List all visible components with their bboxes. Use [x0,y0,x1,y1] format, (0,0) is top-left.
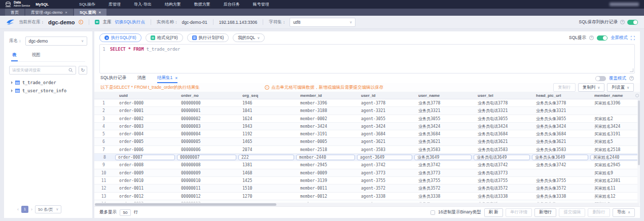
fullscreen-link[interactable]: 全屏模式 [611,35,628,41]
table-cell[interactable]: agent-3773 [355,169,412,176]
table-cell[interactable]: 业务员头像3621 [530,138,588,145]
copy-row-button[interactable]: 复制行 [553,83,576,92]
help-icon[interactable]: ? [620,20,625,24]
table-cell[interactable]: 买家姓名2945 [588,161,640,168]
horizontal-scrollbar[interactable] [95,203,639,206]
table-cell[interactable]: 1381 [236,161,294,168]
table-cell[interactable]: 1468 [236,169,294,176]
table-cell[interactable]: member-0009 [294,169,355,176]
close-icon[interactable]: × [175,76,177,81]
table-cell[interactable]: 00000001 [175,107,236,114]
table-row[interactable]: 8order-000700000007222member-2440agent-3… [94,154,640,161]
column-settings-button[interactable]: 列设置∨ [607,83,634,92]
nav-menu-item[interactable]: 结构方案 [165,2,181,7]
table-cell[interactable]: 1943 [236,123,294,130]
table-cell[interactable]: agent-3321 [355,107,412,114]
hscroll-thumb[interactable] [95,203,276,206]
cell-edit-box[interactable]: 业务员电话3649 [474,155,530,161]
table-cell[interactable]: member-3191 [294,130,355,137]
table-cell[interactable]: 00000006 [175,146,236,153]
tab-tables[interactable]: 表 [11,51,18,61]
switch-sql-node-link[interactable]: 切换SQL执行点 [115,19,146,25]
footer-button[interactable]: 单行详情 [506,208,532,217]
cell-edit-box[interactable]: 业务员3649 [414,155,472,161]
table-cell[interactable]: agent-3742 [355,161,412,168]
my-sql-dropdown[interactable]: 我的SQL ∨ [233,33,265,42]
cell-edit-box[interactable]: 222 [238,155,294,161]
table-cell[interactable]: order-0009 [113,169,175,176]
expand-arrow-icon[interactable] [11,89,13,92]
table-row[interactable]: 11order-0010000000101425member-3139agent… [94,177,640,185]
table-cell[interactable]: agent-3621 [355,138,412,145]
table-cell[interactable]: order-0004 [113,130,175,137]
table-row[interactable]: 4order-0003000000031943member-3424agent-… [94,123,640,130]
table-row[interactable]: 9order-0008000000081381member-2945agent-… [94,161,640,169]
user-account-blurred[interactable] [610,3,639,6]
footer-button[interactable]: 删除行 [588,208,610,217]
table-cell[interactable]: 业务员头像3321 [530,107,588,114]
table-cell[interactable]: 00000007 [175,154,236,161]
table-cell[interactable]: 2074 [236,146,294,153]
gear-icon[interactable] [635,94,639,97]
table-cell[interactable]: 买家姓名2440 [588,154,640,161]
table-cell[interactable]: member-2440 [294,154,355,161]
tab-views[interactable]: 视图 [31,51,42,61]
nav-menu-item[interactable]: 导入·导出 [134,2,152,7]
table-cell[interactable]: agent-3649 [355,154,412,161]
close-icon[interactable]: × [98,10,101,15]
table-cell[interactable]: 1041 [236,107,294,114]
table-cell[interactable]: 买家姓名2381 [588,177,640,184]
cell-edit-box[interactable]: 00000007 [177,155,236,161]
table-cell[interactable]: 业务员电话3424 [472,123,530,130]
table-cell[interactable] [530,169,588,176]
column-header[interactable]: member_id [294,92,355,99]
table-cell[interactable]: order-0003 [113,123,175,130]
overwrite-mode-toggle[interactable] [595,76,606,81]
table-cell[interactable]: 业务员3742 [412,161,472,168]
app-logo[interactable]: Data Admin Service MySQL [5,1,49,7]
column-header[interactable]: user_tel [472,92,530,99]
table-cell[interactable]: 业务员电话3583 [472,146,530,153]
table-cell[interactable]: order-0006 [113,146,175,153]
expand-arrow-icon[interactable] [11,81,13,84]
cell-edit-box[interactable]: order-0007 [115,155,175,161]
table-cell[interactable]: 业务员3649 [412,154,472,161]
fullscreen-icon[interactable] [631,36,635,40]
db-select[interactable]: dgc-demo ∨ [25,36,88,46]
table-cell[interactable]: 00000003 [175,123,236,130]
cell-edit-box[interactable]: 业务员头像3649 [532,155,588,161]
table-cell[interactable]: order-0005 [113,138,175,145]
table-cell[interactable]: agent-3572 [355,185,412,192]
table-cell[interactable]: member-3188 [294,107,355,114]
table-cell[interactable]: 买家姓名9 [588,169,640,176]
vertical-scrollbar[interactable] [637,99,640,203]
table-cell[interactable]: 00000005 [175,138,236,145]
table-cell[interactable]: order-0000 [113,99,175,106]
table-cell[interactable]: member-2518 [294,146,355,153]
help-icon[interactable]: ? [629,76,634,81]
table-cell[interactable]: 00000008 [175,161,236,168]
column-header[interactable]: uuid [113,92,175,99]
table-cell[interactable]: 业务员头像3742 [530,161,588,168]
table-cell[interactable]: 业务员电话3321 [472,107,530,114]
table-row[interactable]: 3order-0002000000021624member-0002agent-… [94,115,640,123]
table-tree-item[interactable]: t_trade_order [11,79,92,87]
table-cell[interactable]: order-0007 [113,154,175,161]
table-cell[interactable]: 1425 [236,177,294,184]
table-cell[interactable]: member-0002 [294,115,355,122]
explain-plan-button[interactable]: 执行计划(F6) [187,33,229,42]
table-cell[interactable]: agent-3055 [355,115,412,122]
table-cell[interactable]: 业务员3424 [412,123,472,130]
table-cell[interactable]: order-0001 [113,107,175,114]
table-cell[interactable] [588,107,640,114]
table-row[interactable]: 12order-0011000000111510member-0011agent… [94,185,640,192]
table-cell[interactable]: 业务员电话3055 [472,115,530,122]
nav-menu-item[interactable]: 后台任务 [224,2,240,7]
search-input[interactable] [12,68,68,72]
table-cell[interactable]: 业务员3583 [412,146,472,153]
table-cell[interactable]: agent-3338 [355,193,412,200]
column-header[interactable]: user_id [355,92,412,99]
table-cell[interactable]: 业务员3572 [412,185,472,192]
table-cell[interactable]: 1192 [236,130,294,137]
hex-binary-checkbox[interactable] [431,210,435,215]
